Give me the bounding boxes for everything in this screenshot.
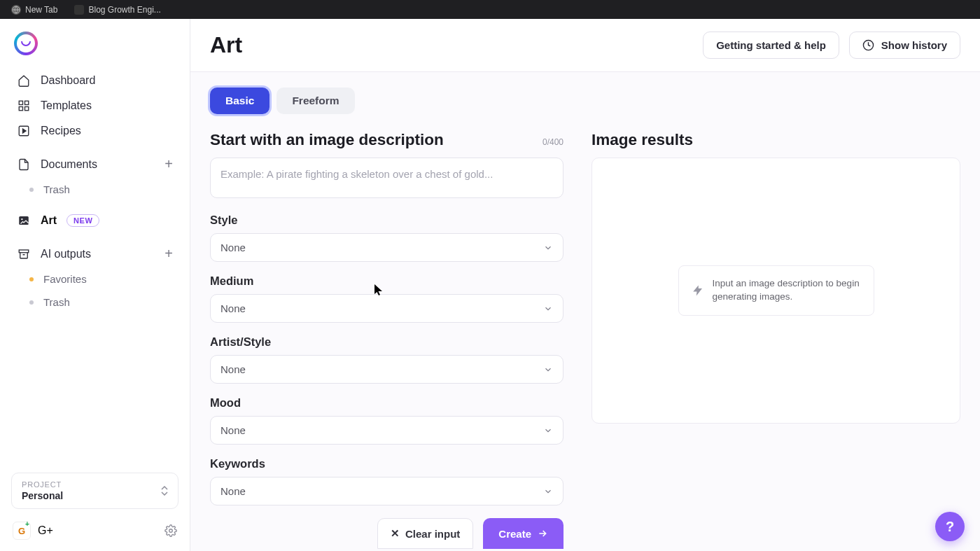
mode-tabs: Basic Freeform xyxy=(210,88,960,114)
browser-tab-label: Blog Growth Engi... xyxy=(88,5,160,15)
clear-input-button[interactable]: ✕ Clear input xyxy=(377,518,473,549)
show-history-button[interactable]: Show history xyxy=(849,32,960,59)
style-label: Style xyxy=(210,214,564,227)
user-name: G+ xyxy=(38,524,53,537)
plus-icon[interactable]: + xyxy=(164,246,173,262)
svg-point-7 xyxy=(21,218,22,220)
create-button[interactable]: Create xyxy=(483,518,564,549)
create-button-label: Create xyxy=(498,528,531,540)
medium-label: Medium xyxy=(210,274,564,288)
sidebar-item-ai-outputs[interactable]: AI outputs + xyxy=(8,240,181,267)
clear-button-label: Clear input xyxy=(405,528,460,540)
tab-freeform[interactable]: Freeform xyxy=(276,88,354,114)
char-count: 0/400 xyxy=(542,137,564,147)
medium-value: None xyxy=(220,302,246,314)
chevron-down-icon xyxy=(543,304,553,314)
chevron-down-icon xyxy=(543,426,553,435)
browser-tab-label: New Tab xyxy=(25,5,57,15)
help-button[interactable]: Getting started & help xyxy=(703,32,839,59)
svg-rect-3 xyxy=(19,107,22,111)
artist-value: None xyxy=(220,363,246,375)
results-panel: Input an image description to begin gene… xyxy=(592,158,960,424)
description-input[interactable] xyxy=(210,158,564,198)
dot-icon xyxy=(29,277,34,281)
x-icon: ✕ xyxy=(391,527,400,540)
sidebar-item-recipes[interactable]: Recipes xyxy=(8,118,181,144)
bolt-icon xyxy=(692,284,704,297)
sidebar-item-label: Documents xyxy=(41,158,97,171)
avatar[interactable]: G+ xyxy=(13,522,31,540)
page-title: Art xyxy=(210,32,242,58)
grid-icon xyxy=(17,99,31,113)
results-title: Image results xyxy=(592,131,693,149)
svg-rect-1 xyxy=(19,101,22,104)
sidebar-item-label: Trash xyxy=(43,183,70,195)
dot-icon xyxy=(29,300,34,305)
chevron-down-icon xyxy=(543,487,553,496)
sidebar-item-favorites[interactable]: Favorites xyxy=(8,267,181,291)
play-square-icon xyxy=(17,124,31,138)
project-selector[interactable]: PROJECT Personal xyxy=(11,473,178,509)
sidebar-item-dashboard[interactable]: Dashboard xyxy=(8,68,181,93)
medium-select[interactable]: None xyxy=(210,294,564,323)
dot-icon xyxy=(29,188,34,192)
style-select[interactable]: None xyxy=(210,233,564,262)
sidebar-item-label: Dashboard xyxy=(41,74,95,87)
svg-rect-8 xyxy=(19,250,29,253)
clock-icon xyxy=(862,39,874,51)
sidebar-item-label: Templates xyxy=(41,99,92,112)
chevron-down-icon xyxy=(543,365,553,375)
home-icon xyxy=(17,74,31,88)
sidebar-item-art[interactable]: Art NEW xyxy=(8,208,181,233)
browser-tab-newtab[interactable]: New Tab xyxy=(6,0,63,19)
svg-point-9 xyxy=(169,529,173,533)
mood-label: Mood xyxy=(210,396,564,410)
sidebar-item-label: Recipes xyxy=(41,125,81,137)
site-favicon xyxy=(74,5,84,15)
keywords-value: None xyxy=(220,485,246,497)
artist-label: Artist/Style xyxy=(210,335,564,349)
keywords-label: Keywords xyxy=(210,457,564,470)
style-value: None xyxy=(220,242,246,253)
mood-select[interactable]: None xyxy=(210,416,564,445)
history-button-label: Show history xyxy=(881,39,947,51)
help-fab-label: ? xyxy=(946,519,954,535)
arrow-right-icon xyxy=(537,528,548,539)
sidebar-item-documents[interactable]: Documents + xyxy=(8,151,181,178)
app-logo[interactable] xyxy=(0,19,190,64)
artist-select[interactable]: None xyxy=(210,355,564,384)
user-row: G+ G+ xyxy=(11,519,178,543)
sidebar-item-documents-trash[interactable]: Trash xyxy=(8,178,181,201)
help-button-label: Getting started & help xyxy=(716,39,826,51)
project-value: Personal xyxy=(22,490,63,501)
keywords-select[interactable]: None xyxy=(210,477,564,505)
sidebar-item-label: AI outputs xyxy=(41,248,91,260)
archive-icon xyxy=(17,247,31,261)
empty-state: Input an image description to begin gene… xyxy=(678,265,874,316)
plus-icon[interactable]: + xyxy=(164,156,173,172)
mood-value: None xyxy=(220,424,246,436)
project-label: PROJECT xyxy=(22,480,63,489)
svg-rect-2 xyxy=(25,101,29,104)
image-icon xyxy=(17,214,31,228)
sidebar-item-label: Favorites xyxy=(43,273,87,285)
topbar: Art Getting started & help Show history xyxy=(190,19,980,72)
browser-tab-bar: New Tab Blog Growth Engi... xyxy=(0,0,980,19)
sidebar-item-label: Trash xyxy=(43,296,70,308)
gear-icon[interactable] xyxy=(164,524,177,537)
chevron-sort-icon xyxy=(161,486,168,496)
svg-rect-4 xyxy=(25,107,29,111)
chevron-down-icon xyxy=(543,243,553,253)
description-title: Start with an image description xyxy=(210,131,444,149)
tab-basic[interactable]: Basic xyxy=(210,88,270,114)
empty-text: Input an image description to begin gene… xyxy=(713,277,861,304)
browser-tab-blog[interactable]: Blog Growth Engi... xyxy=(69,0,166,19)
new-badge: NEW xyxy=(66,214,99,227)
sidebar-item-outputs-trash[interactable]: Trash xyxy=(8,291,181,314)
document-icon xyxy=(17,158,31,172)
sidebar-item-label: Art xyxy=(41,214,57,227)
sidebar-item-templates[interactable]: Templates xyxy=(8,93,181,118)
globe-icon xyxy=(11,5,21,15)
sidebar: Dashboard Templates Recipes xyxy=(0,19,190,551)
help-fab[interactable]: ? xyxy=(935,512,965,541)
